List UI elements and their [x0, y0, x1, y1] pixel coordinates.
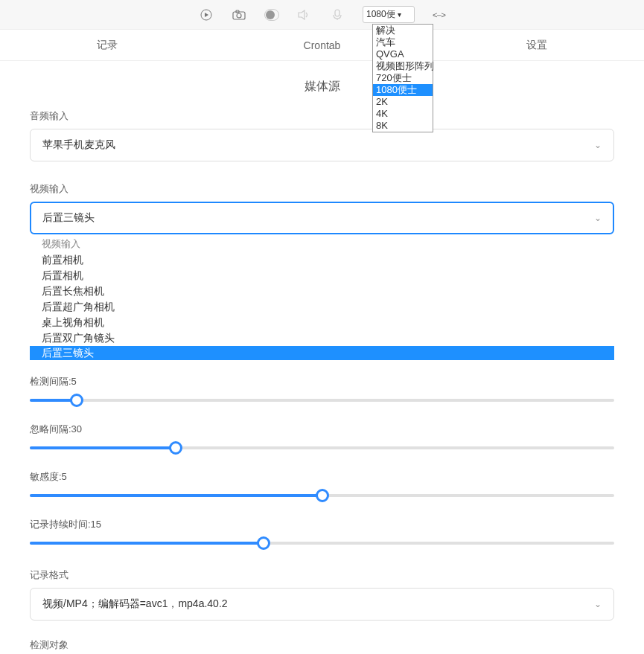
slider-thumb[interactable] — [70, 394, 83, 407]
sensitivity-slider[interactable] — [30, 488, 614, 503]
record-format-label: 记录格式 — [30, 568, 614, 582]
chevron-down-icon: ⌄ — [594, 599, 602, 609]
svg-marker-5 — [299, 10, 305, 19]
section-title-media-source: 媒体源 — [30, 79, 614, 94]
resolution-dropdown: 解决汽车QVGA视频图形阵列720便士1080便士2K4K8K — [372, 24, 433, 132]
slider-thumb[interactable] — [169, 441, 182, 455]
slider-thumb[interactable] — [257, 536, 270, 550]
detect-interval-slider[interactable] — [30, 393, 614, 408]
resolution-option[interactable]: 8K — [373, 120, 433, 132]
top-toolbar: 1080便 ▾ <···> 解决汽车QVGA视频图形阵列720便士1080便士2… — [0, 0, 644, 30]
svg-rect-6 — [335, 10, 339, 16]
sensitivity-label: 敏感度:5 — [30, 470, 614, 484]
resolution-option[interactable]: 视频图形阵列 — [373, 60, 433, 72]
resolution-option[interactable]: 720便士 — [373, 72, 433, 84]
record-toggle[interactable] — [264, 7, 279, 22]
ignore-interval-slider[interactable] — [30, 440, 614, 455]
record-format-select[interactable]: 视频/MP4；编解码器=avc1，mp4a.40.2 ⌄ — [30, 588, 614, 621]
video-input-option[interactable]: 后置三镜头 — [30, 346, 614, 360]
video-input-dropdown: 视频输入 前置相机后置相机后置长焦相机后置超广角相机桌上视角相机后置双广角镜头后… — [30, 236, 614, 360]
resolution-option[interactable]: 汽车 — [373, 36, 433, 48]
svg-marker-1 — [205, 13, 208, 17]
settings-panel: 媒体源 音频输入 苹果手机麦克风 ⌄ 视频输入 后置三镜头 ⌄ 视频输入 前置相… — [0, 79, 644, 654]
resolution-option[interactable]: QVGA — [373, 48, 433, 60]
camera-icon[interactable] — [232, 7, 246, 22]
audio-input-select[interactable]: 苹果手机麦克风 ⌄ — [30, 129, 614, 161]
resolution-selected-label: 1080便 — [366, 9, 395, 19]
resolution-select[interactable]: 1080便 ▾ — [363, 6, 415, 23]
resolution-option[interactable]: 4K — [373, 108, 433, 120]
mic-icon[interactable] — [330, 7, 345, 22]
video-input-label: 视频输入 — [30, 182, 614, 196]
audio-input-label: 音频输入 — [30, 109, 614, 123]
audio-input-value: 苹果手机麦克风 — [42, 138, 115, 152]
video-input-option[interactable]: 桌上视角相机 — [30, 315, 614, 330]
resolution-option[interactable]: 2K — [373, 96, 433, 108]
resolution-option[interactable]: 解决 — [373, 25, 433, 36]
video-input-option[interactable]: 后置长焦相机 — [30, 283, 614, 299]
record-format-value: 视频/MP4；编解码器=avc1，mp4a.40.2 — [42, 597, 228, 611]
chevron-down-icon: ▾ — [398, 10, 401, 19]
tab-record[interactable]: 记录 — [0, 30, 214, 60]
detect-target-label: 检测对象 — [30, 638, 614, 652]
video-dropdown-header: 视频输入 — [30, 236, 614, 252]
video-input-select[interactable]: 后置三镜头 ⌄ — [30, 202, 614, 234]
slider-thumb[interactable] — [316, 489, 329, 502]
resolution-option[interactable]: 1080便士 — [373, 84, 433, 96]
svg-point-3 — [237, 13, 241, 18]
video-input-value: 后置三镜头 — [42, 211, 95, 225]
expand-icon[interactable]: <···> — [433, 10, 445, 19]
chevron-down-icon: ⌄ — [594, 140, 602, 150]
tab-settings[interactable]: 设置 — [430, 30, 644, 60]
ignore-interval-label: 忽略间隔:30 — [30, 423, 614, 436]
speaker-icon[interactable] — [297, 7, 312, 22]
tabs: 记录 Crontab 设置 — [0, 30, 644, 61]
record-duration-label: 记录持续时间:15 — [30, 518, 614, 531]
record-duration-slider[interactable] — [30, 536, 614, 551]
play-icon[interactable] — [199, 7, 214, 22]
video-input-option[interactable]: 后置双广角镜头 — [30, 330, 614, 346]
video-input-option[interactable]: 后置超广角相机 — [30, 299, 614, 315]
video-input-option[interactable]: 前置相机 — [30, 252, 614, 268]
chevron-down-icon: ⌄ — [594, 213, 602, 223]
video-input-option[interactable]: 后置相机 — [30, 268, 614, 283]
detect-interval-label: 检测间隔:5 — [30, 375, 614, 388]
